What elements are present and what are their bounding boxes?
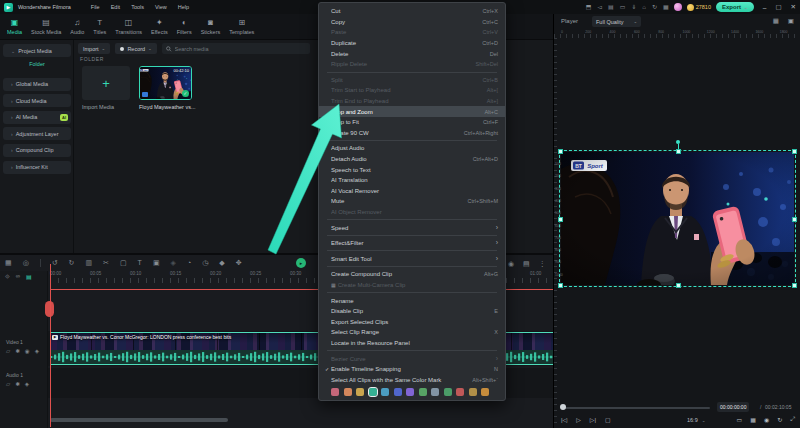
resize-handle-s[interactable] bbox=[676, 283, 681, 288]
fullscreen-icon[interactable]: ⤢ bbox=[790, 416, 795, 423]
select-tool-icon[interactable]: ◎ bbox=[23, 258, 29, 267]
add-media-icon[interactable]: ▱ bbox=[6, 381, 10, 387]
stop-icon[interactable]: ▢ bbox=[605, 416, 611, 423]
menu-item-rotate-90-cw[interactable]: Rotate 90 CWCtrl+Alt+Right bbox=[319, 128, 505, 139]
sidebar-item-ai-media[interactable]: ›AI MediaAI bbox=[3, 111, 71, 124]
menu-item-create-compound-clip[interactable]: Create Compound ClipAlt+G bbox=[319, 269, 505, 280]
menu-item-speech-to-text[interactable]: Speech to Text bbox=[319, 164, 505, 175]
undo-icon[interactable]: ↺ bbox=[52, 258, 58, 267]
resize-handle-nw[interactable] bbox=[558, 149, 563, 154]
horizontal-scrollbar[interactable] bbox=[50, 418, 228, 422]
minimize-button[interactable]: – bbox=[763, 4, 767, 11]
import-media-tile[interactable]: + bbox=[82, 66, 130, 100]
media-clip-thumbnail[interactable]: 00:42:10 ✓ bbox=[139, 66, 192, 100]
sidebar-item-adjustment-layer[interactable]: ›Adjustment Layer bbox=[3, 127, 71, 140]
menu-item-ai-translation[interactable]: AI Translation bbox=[319, 175, 505, 186]
tab-stock-media[interactable]: ▤Stock Media bbox=[31, 18, 61, 35]
menu-item-cut[interactable]: CutCtrl+X bbox=[319, 6, 505, 17]
resize-handle-sw[interactable] bbox=[558, 283, 563, 288]
menu-item-ai-vocal-remover[interactable]: AI Vocal Remover bbox=[319, 186, 505, 197]
render-preview-button[interactable]: ▸ bbox=[296, 258, 306, 268]
color-swatch[interactable] bbox=[331, 388, 339, 396]
tab-stickers[interactable]: ◙Stickers bbox=[201, 18, 221, 35]
menu-item-speed[interactable]: Speed› bbox=[319, 222, 505, 233]
maximize-button[interactable]: ▢ bbox=[775, 3, 781, 11]
seek-bar[interactable] bbox=[562, 407, 710, 409]
coins-badge[interactable]: 27810 bbox=[687, 4, 711, 11]
resources-icon[interactable]: ▦ bbox=[663, 4, 669, 10]
menu-help[interactable]: Help bbox=[178, 4, 189, 10]
import-button[interactable]: Import ⌄ bbox=[78, 43, 110, 54]
sidebar-item-project-media[interactable]: ⌄ Project Media bbox=[3, 44, 71, 57]
redo-icon[interactable]: ↻ bbox=[69, 258, 75, 267]
record-button[interactable]: Record ⌄ bbox=[115, 43, 157, 54]
sidebar-item-global-media[interactable]: ›Global Media bbox=[3, 78, 71, 91]
aspect-ratio-dropdown[interactable]: 16:9 ⌄ bbox=[687, 417, 706, 423]
rotate-icon[interactable]: ↻ bbox=[777, 416, 782, 423]
play-icon[interactable]: ▷ bbox=[576, 416, 581, 423]
menu-item-disable-clip[interactable]: Disable ClipE bbox=[319, 306, 505, 317]
menu-item-adjust-audio[interactable]: Adjust Audio bbox=[319, 143, 505, 154]
zoom-tool-icon[interactable]: ◔ bbox=[187, 258, 191, 267]
tab-audio[interactable]: ♫Audio bbox=[70, 18, 84, 35]
menu-item-crop-and-zoom[interactable]: Crop and ZoomAlt+C bbox=[319, 106, 505, 117]
track-settings-icon[interactable]: ✱ bbox=[15, 381, 20, 387]
color-swatch[interactable] bbox=[344, 388, 352, 396]
menu-item-crop-to-fit[interactable]: Crop to FitCtrl+F bbox=[319, 117, 505, 128]
menu-tools[interactable]: Tools bbox=[131, 4, 144, 10]
detach-player-icon[interactable]: ▣ bbox=[788, 17, 794, 25]
save-icon[interactable]: ⇓ bbox=[631, 4, 636, 10]
color-swatch[interactable] bbox=[406, 388, 414, 396]
resize-handle-ne[interactable] bbox=[792, 149, 797, 154]
snapshot-icon[interactable]: ◉ bbox=[764, 416, 769, 423]
tab-templates[interactable]: ⊞Templates bbox=[229, 18, 254, 35]
menu-item-smart-edit-tool[interactable]: Smart Edit Tool› bbox=[319, 253, 505, 264]
menu-item-copy[interactable]: CopyCtrl+C bbox=[319, 17, 505, 28]
split-icon[interactable]: ✂ bbox=[103, 258, 109, 267]
script-icon[interactable]: ▤ bbox=[608, 4, 614, 10]
avatar[interactable] bbox=[674, 3, 682, 11]
current-timecode[interactable]: 00:00:00:00 bbox=[717, 402, 749, 412]
prev-frame-icon[interactable]: |◁ bbox=[561, 416, 567, 423]
search-box[interactable] bbox=[162, 43, 310, 54]
sidebar-item-influencer-kit[interactable]: ›Influencer Kit bbox=[3, 161, 71, 174]
text-icon[interactable]: T bbox=[138, 258, 142, 267]
color-swatch[interactable] bbox=[431, 388, 439, 396]
split-screen-icon[interactable]: ▦ bbox=[773, 17, 779, 25]
sync-icon[interactable]: ↻ bbox=[652, 4, 657, 10]
menu-edit[interactable]: Edit bbox=[111, 4, 120, 10]
color-swatch[interactable] bbox=[394, 388, 402, 396]
tab-filters[interactable]: ◐Filters bbox=[177, 18, 192, 35]
link-icon[interactable]: ⟐ bbox=[5, 273, 10, 280]
home-icon[interactable]: ⌂ bbox=[642, 4, 646, 10]
snap-icon[interactable]: ▦ bbox=[5, 258, 12, 267]
delete-icon[interactable]: ▥ bbox=[85, 258, 92, 267]
crop-icon[interactable]: ▢ bbox=[120, 258, 127, 267]
speed-icon[interactable]: ◷ bbox=[202, 258, 208, 267]
transform-icon[interactable]: ▣ bbox=[153, 258, 160, 267]
resize-handle-se[interactable] bbox=[792, 283, 797, 288]
record-track-icon[interactable]: ▤ bbox=[26, 273, 32, 280]
menu-item-rename[interactable]: Rename bbox=[319, 295, 505, 306]
sidebar-item-compound-clip[interactable]: ›Compound Clip bbox=[3, 144, 71, 157]
color-swatch[interactable] bbox=[456, 388, 464, 396]
menu-item-effect-filter[interactable]: Effect&Filter› bbox=[319, 238, 505, 249]
more-icon[interactable]: ⋮ bbox=[539, 259, 546, 268]
color-swatch[interactable] bbox=[419, 388, 427, 396]
menu-item-detach-audio[interactable]: Detach AudioCtrl+Alt+D bbox=[319, 154, 505, 165]
motion-track-icon[interactable]: ✥ bbox=[236, 258, 242, 267]
seek-knob[interactable] bbox=[560, 404, 566, 410]
keyframe-icon[interactable]: ◆ bbox=[219, 258, 224, 267]
playhead[interactable] bbox=[50, 264, 51, 427]
menu-item-delete[interactable]: DeleteDel bbox=[319, 48, 505, 59]
folder-breadcrumb[interactable]: Folder bbox=[0, 61, 74, 67]
menu-item-select-clip-range[interactable]: Select Clip RangeX bbox=[319, 327, 505, 338]
render-preview-icon[interactable]: ▭ bbox=[737, 416, 743, 423]
resize-handle-n[interactable] bbox=[676, 149, 681, 154]
playhead-handle[interactable] bbox=[45, 301, 54, 317]
menu-item-locate-in-the-resource-panel[interactable]: Locate in the Resource Panel bbox=[319, 338, 505, 349]
menu-item-duplicate[interactable]: DuplicateCtrl+D bbox=[319, 38, 505, 49]
add-media-icon[interactable]: ▱ bbox=[6, 348, 10, 354]
color-swatch[interactable] bbox=[356, 388, 364, 396]
toggle-visibility-icon[interactable]: ◉ bbox=[25, 348, 30, 354]
